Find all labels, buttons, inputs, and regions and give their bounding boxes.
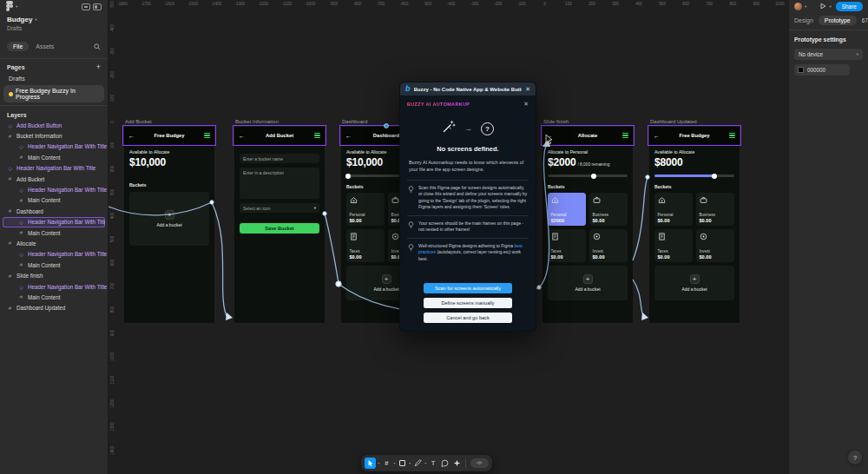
frame-label[interactable]: Dashboard	[342, 119, 367, 124]
bucket-card-business[interactable]: Business$0.00	[696, 193, 734, 226]
layer-item-main-content[interactable]: #Main Content	[0, 152, 108, 162]
layer-item-dashboard-updated[interactable]: #Dashboard Updated	[0, 303, 108, 313]
save-bucket-button[interactable]: Save Bucket	[240, 223, 319, 234]
search-icon[interactable]	[94, 38, 101, 54]
layer-item-add-bucket[interactable]: #Add Bucket	[0, 174, 108, 184]
layer-item-allocate[interactable]: #Allocate	[0, 238, 108, 248]
layer-item-dashboard[interactable]: #Dashboard	[0, 206, 108, 216]
add-bucket-card[interactable]: + Add a bucket	[654, 266, 734, 300]
header-nav-bar[interactable]: ← Free Budgey	[649, 127, 740, 144]
back-arrow-icon[interactable]: ←	[239, 133, 245, 139]
bucket-card-taxes[interactable]: Taxes$0.00	[548, 229, 586, 262]
background-color-control[interactable]: 000000	[794, 64, 850, 76]
toggle-panel-icon[interactable]	[93, 3, 102, 10]
canvas-frame-add-bucket[interactable]: Add Bucket ← Free Budgey Available to Al…	[124, 127, 214, 323]
back-arrow-icon[interactable]: ←	[654, 133, 660, 139]
add-bucket-card[interactable]: + Add a bucket	[548, 266, 628, 300]
back-arrow-icon[interactable]: ←	[128, 133, 135, 139]
add-bucket-card[interactable]: + Add a bucket	[129, 192, 209, 246]
actions-tool[interactable]	[452, 458, 462, 469]
bucket-card-invest[interactable]: Invest$0.00	[589, 229, 628, 262]
cancel-button[interactable]: Cancel and go back	[424, 313, 512, 323]
shape-tool[interactable]	[398, 458, 407, 469]
help-button[interactable]: ?	[848, 451, 862, 464]
chevron-down-icon[interactable]: ▾	[805, 4, 806, 9]
frame-label[interactable]: Add Bucket	[125, 119, 152, 124]
layer-item-add-bucket-button[interactable]: ◇Add Bucket Button	[0, 120, 108, 130]
canvas-frame-bucket-information[interactable]: Bucket Information ← Add Bucket Enter a …	[234, 127, 325, 323]
share-button[interactable]: Share	[836, 2, 863, 11]
chevron-down-icon[interactable]: ▾	[378, 461, 380, 465]
frame-label[interactable]: Bucket Information	[235, 119, 279, 124]
layer-item-header-navigation-bar-with-title[interactable]: ◇Header Navigation Bar With Title	[0, 163, 108, 174]
tab-assets[interactable]: Assets	[36, 43, 54, 49]
present-play-icon[interactable]	[820, 3, 826, 10]
layer-item-header-navigation-bar-with-title[interactable]: ◇Header Navigation Bar With Title	[3, 217, 105, 227]
tab-design[interactable]: Design	[794, 17, 813, 23]
layer-item-main-content[interactable]: #Main Content	[0, 195, 108, 206]
menu-icon[interactable]	[622, 133, 628, 138]
layer-item-bucket-information[interactable]: #Bucket Information	[0, 130, 108, 141]
back-arrow-icon[interactable]: ←	[547, 133, 553, 139]
frame-tool[interactable]: #	[382, 458, 391, 469]
header-nav-bar[interactable]: ← Free Budgey	[124, 127, 214, 144]
dev-mode-toggle[interactable]: </>	[470, 458, 489, 468]
menu-icon[interactable]	[314, 133, 320, 138]
layer-item-slide-finish[interactable]: #Slide finish	[0, 270, 108, 280]
slider-thumb[interactable]	[345, 174, 351, 179]
tab-prototype[interactable]: Prototype	[819, 16, 857, 25]
layer-item-main-content[interactable]: #Main Content	[0, 227, 108, 238]
header-nav-bar[interactable]: ← Allocate	[542, 127, 633, 144]
chevron-down-icon[interactable]: ▾	[409, 461, 411, 465]
close-icon[interactable]: ✕	[523, 101, 529, 107]
canvas-frame-slide-finish[interactable]: Slide finish ← Allocate Allocate to Pers…	[542, 127, 633, 323]
comment-tool[interactable]	[440, 458, 450, 469]
bucket-card-personal[interactable]: Personal$0.00	[654, 193, 693, 226]
slider-thumb[interactable]	[591, 174, 596, 179]
menu-icon[interactable]	[204, 133, 210, 138]
chevron-down-icon[interactable]: ▾	[829, 4, 831, 9]
avatar[interactable]	[794, 3, 802, 10]
page-item-drafts[interactable]: Drafts	[0, 73, 108, 84]
layer-item-header-navigation-bar-with-title[interactable]: ◇Header Navigation Bar With Title	[0, 142, 108, 152]
bucket-card-personal[interactable]: Personal$2000	[548, 193, 586, 226]
zoom-control[interactable]: 67% ▾	[862, 17, 868, 23]
icon-select[interactable]: Select an icon ▾	[240, 203, 319, 213]
modal-titlebar[interactable]: b Buzzy - No Code Native App & Website B…	[400, 82, 536, 95]
slider-thumb[interactable]	[712, 174, 717, 179]
minimize-ui-icon[interactable]	[82, 3, 90, 10]
bucket-card-business[interactable]: Business$0.00	[589, 193, 628, 226]
menu-icon[interactable]	[729, 133, 735, 138]
scan-screens-button[interactable]: Scan for screens automatically	[424, 283, 512, 293]
frame-label[interactable]: Slide finish	[543, 119, 569, 124]
text-tool[interactable]: T	[429, 458, 438, 469]
layer-item-main-content[interactable]: #Main Content	[0, 260, 108, 270]
bucket-description-input[interactable]: Enter in a description	[240, 168, 319, 199]
color-swatch[interactable]	[798, 67, 804, 73]
canvas-frame-dashboard-updated[interactable]: Dashboard Updated ← Free Budgey Availabl…	[649, 127, 740, 323]
move-tool[interactable]	[365, 458, 376, 469]
chevron-down-icon[interactable]: ▾	[35, 17, 36, 22]
layer-item-header-navigation-bar-with-title[interactable]: ◇Header Navigation Bar With Title	[0, 281, 108, 292]
define-screens-button[interactable]: Define screens manually	[424, 298, 512, 308]
frame-label[interactable]: Dashboard Updated	[650, 119, 697, 124]
bucket-name-input[interactable]: Enter a bucket name	[240, 154, 319, 163]
layer-item-header-navigation-bar-with-title[interactable]: ◇Header Navigation Bar With Title	[0, 184, 108, 194]
back-arrow-icon[interactable]: ←	[345, 133, 352, 139]
page-item-current[interactable]: Free Budgey Buzzy In Progress	[3, 85, 104, 102]
chevron-down-icon[interactable]: ▾	[393, 461, 395, 465]
chevron-down-icon[interactable]: ▾	[424, 461, 426, 465]
bucket-card-invest[interactable]: Invest$0.00	[696, 229, 734, 262]
figma-logo[interactable]	[6, 0, 13, 15]
layer-item-header-navigation-bar-with-title[interactable]: ◇Header Navigation Bar With Title	[0, 249, 108, 260]
pen-tool[interactable]	[413, 458, 423, 469]
close-icon[interactable]: ✕	[525, 86, 530, 92]
tab-file[interactable]: File	[7, 42, 29, 51]
layer-item-main-content[interactable]: #Main Content	[0, 292, 108, 302]
header-nav-bar[interactable]: ← Add Bucket	[234, 127, 325, 144]
add-page-button[interactable]: +	[96, 63, 101, 71]
bucket-card-taxes[interactable]: Taxes$0.00	[654, 229, 693, 262]
device-select[interactable]: No device ▾	[794, 49, 863, 60]
chevron-down-icon[interactable]: ▾	[16, 4, 17, 9]
bucket-card-taxes[interactable]: Taxes$0.00	[346, 229, 385, 262]
